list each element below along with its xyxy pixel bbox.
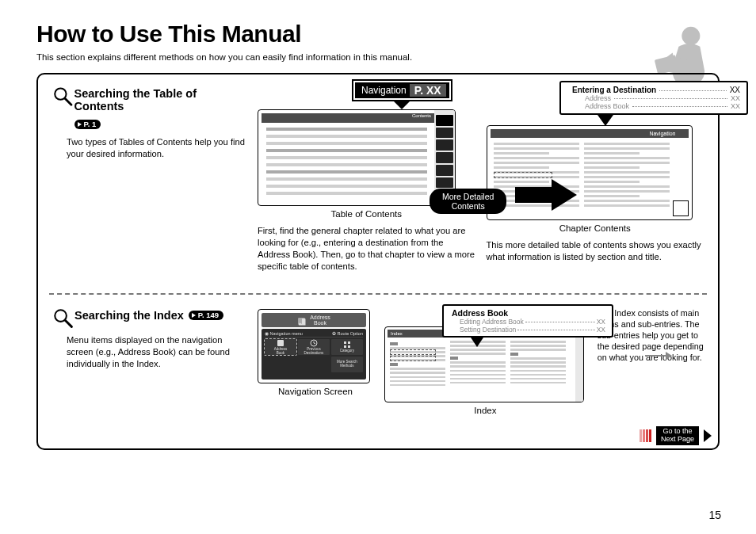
nav-callout-page: P. XX	[410, 84, 446, 97]
next-page-arrow-icon	[704, 429, 712, 442]
arrow-right-icon	[515, 179, 577, 211]
page-title: How to Use This Manual	[36, 21, 720, 48]
svg-rect-18	[348, 345, 350, 348]
page-ref-pill[interactable]: P. 149	[189, 311, 223, 320]
chapter-caption: Chapter Contents	[487, 223, 704, 233]
dest-line2: Address	[572, 94, 611, 102]
section1-body: Two types of Tables of Contents help you…	[67, 136, 246, 160]
accent-bars-icon	[640, 429, 651, 442]
nav-screen-caption: Navigation Screen	[258, 387, 373, 396]
intro-text: This section explains different methods …	[36, 52, 720, 62]
toc-desc: First, find the general chapter related …	[258, 225, 475, 273]
more-detailed-ribbon: More Detailed Contents	[430, 189, 506, 214]
magnifier-icon	[52, 86, 73, 106]
entering-destination-callout: Entering a Destination XX Address XX Add…	[559, 81, 748, 126]
index-caption: Index	[384, 406, 586, 415]
page-number: 15	[708, 509, 721, 521]
navigation-screen-thumbnail: Address Book ◉ Navigation menu ✿ Route O…	[258, 309, 370, 383]
section2-body: Menu items displayed on the navigation s…	[67, 334, 246, 370]
svg-marker-4	[515, 179, 577, 211]
section1-title: Searching the Table of Contents	[74, 87, 246, 113]
svg-rect-13	[277, 340, 284, 346]
svg-marker-10	[666, 352, 672, 360]
address-book-icon	[297, 315, 307, 325]
section-divider	[49, 293, 707, 295]
svg-rect-15	[344, 341, 346, 344]
dest-line1: Entering a Destination	[572, 86, 656, 94]
svg-line-12	[65, 320, 71, 326]
section2-title: Searching the Index	[74, 309, 184, 322]
svg-rect-16	[348, 341, 350, 344]
content-frame: Navigation P. XX More Detailed Contents …	[36, 73, 720, 450]
nav-callout-label: Navigation	[358, 85, 410, 96]
next-page-button[interactable]: Go to the Next Page	[640, 426, 712, 445]
svg-rect-17	[344, 345, 346, 348]
navigation-tag-callout: Navigation P. XX	[353, 81, 451, 109]
gray-arrow-icon	[645, 349, 672, 357]
category-mini-icon	[343, 341, 351, 349]
address-book-mini-icon	[277, 339, 284, 347]
magnifier-icon	[52, 307, 73, 328]
chapter-desc: This more detailed table of contents sho…	[487, 239, 704, 263]
history-mini-icon	[310, 339, 318, 347]
svg-point-0	[682, 27, 700, 45]
page-ref-pill[interactable]: P. 1	[74, 120, 101, 129]
toc-thumbnail: Contents	[258, 109, 456, 206]
address-book-callout: Address Book Editing Address Book XX Set…	[442, 304, 613, 347]
svg-line-6	[65, 98, 71, 105]
dest-line3: Address Book	[572, 102, 629, 110]
